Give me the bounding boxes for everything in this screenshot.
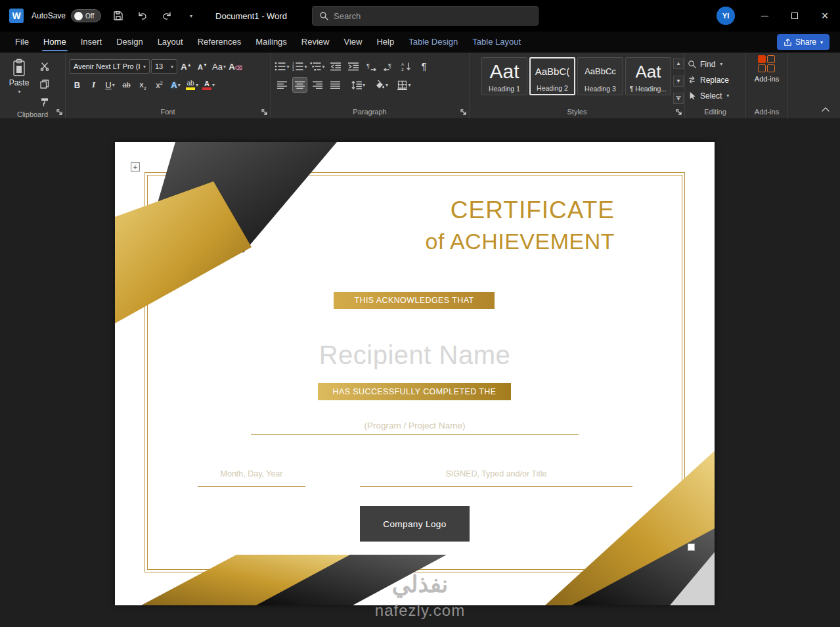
tab-references[interactable]: References — [190, 32, 248, 52]
collapse-ribbon-button[interactable] — [822, 103, 829, 114]
paste-button[interactable]: Paste ▾ — [4, 57, 34, 110]
align-right-button[interactable] — [310, 77, 325, 93]
acknowledges-banner[interactable]: THIS ACKNOWLEDGES THAT — [334, 292, 495, 309]
ltr-direction-icon: ¶ — [366, 62, 376, 71]
justify-button[interactable] — [328, 77, 343, 93]
font-name-combobox[interactable]: Avenir Next LT Pro (I ▾ — [70, 59, 150, 74]
tab-mailings[interactable]: Mailings — [248, 32, 294, 52]
decrease-indent-button[interactable] — [328, 58, 343, 74]
undo-button[interactable] — [135, 8, 150, 24]
company-logo-box[interactable]: Company Logo — [360, 506, 470, 542]
clipboard-dialog-launcher[interactable] — [55, 108, 63, 116]
line-spacing-button[interactable]: ▾ — [351, 77, 366, 93]
customize-qat-button[interactable]: ▾ — [183, 8, 198, 24]
account-avatar[interactable]: YI — [717, 7, 735, 25]
superscript-button[interactable]: x2 — [152, 77, 167, 93]
styles-scroll-up-button[interactable]: ▲ — [673, 58, 684, 69]
borders-button[interactable]: ▾ — [397, 77, 412, 93]
text-effects-button[interactable]: A▾ — [168, 77, 183, 93]
svg-text:¶: ¶ — [388, 62, 391, 69]
styles-scroll-down-button[interactable]: ▼ — [673, 76, 684, 87]
tab-insert[interactable]: Insert — [74, 32, 110, 52]
underline-button[interactable]: U▾ — [102, 77, 118, 93]
select-button[interactable]: Select ▾ — [688, 89, 741, 103]
align-center-button[interactable] — [292, 77, 307, 93]
search-input[interactable] — [334, 11, 531, 21]
close-icon: × — [822, 10, 829, 22]
multilevel-list-button[interactable]: ▾ — [310, 58, 325, 74]
copy-button[interactable] — [37, 76, 52, 92]
search-bar[interactable] — [312, 6, 539, 26]
style-label: Heading 3 — [585, 85, 616, 95]
tab-review[interactable]: Review — [294, 32, 337, 52]
tab-layout[interactable]: Layout — [150, 32, 190, 52]
find-button[interactable]: Find ▾ — [688, 57, 741, 71]
chevron-down-icon: ▾ — [386, 82, 388, 88]
minimize-button[interactable] — [749, 0, 780, 32]
styles-dialog-launcher[interactable] — [674, 108, 682, 116]
tab-view[interactable]: View — [336, 32, 369, 52]
replace-button[interactable]: Replace — [688, 73, 741, 87]
style-heading4[interactable]: Aat ¶ Heading... — [625, 57, 671, 95]
recipient-name-placeholder[interactable]: Recipient Name — [115, 340, 715, 370]
shading-button[interactable]: ▾ — [374, 77, 389, 93]
document-canvas[interactable]: CERTIFICATE of ACHIEVEMENT THIS ACKNOWLE… — [0, 118, 840, 627]
ltr-text-direction-button[interactable]: ¶ — [363, 58, 378, 74]
superscript-icon: x2 — [156, 80, 162, 90]
signature-placeholder[interactable]: SIGNED, Typed and/or Title — [360, 469, 632, 478]
highlight-color-button[interactable]: ab ▾ — [185, 77, 200, 93]
autosave-toggle[interactable]: Off — [71, 9, 101, 22]
completed-banner[interactable]: HAS SUCCESSFULLY COMPLETED THE — [318, 383, 511, 400]
rtl-text-direction-button[interactable]: ¶ — [381, 58, 396, 74]
chevron-down-icon: ▾ — [304, 64, 307, 70]
font-dialog-launcher[interactable] — [260, 108, 268, 116]
italic-button[interactable]: I — [86, 77, 101, 93]
numbering-button[interactable]: 123 ▾ — [292, 58, 307, 74]
bold-button[interactable]: B — [70, 77, 85, 93]
share-button[interactable]: Share ▾ — [777, 34, 829, 50]
table-move-handle[interactable]: + — [131, 162, 140, 172]
increase-indent-button[interactable] — [345, 58, 361, 74]
cut-button[interactable] — [37, 58, 52, 74]
redo-button[interactable] — [159, 8, 174, 24]
table-resize-handle[interactable] — [688, 544, 695, 551]
certificate-title[interactable]: CERTIFICATE of ACHIEVEMENT — [425, 195, 615, 256]
font-size-value: 13 — [155, 62, 163, 70]
tab-table-layout[interactable]: Table Layout — [465, 32, 528, 52]
bullets-button[interactable]: ▾ — [275, 58, 290, 74]
shrink-font-button[interactable]: A▼ — [195, 58, 210, 74]
tab-file[interactable]: File — [8, 32, 36, 52]
styles-gallery-more-button[interactable]: ▼ — [673, 93, 684, 104]
clear-formatting-button[interactable]: A⌫ — [228, 58, 243, 74]
save-button[interactable] — [110, 8, 125, 24]
maximize-button[interactable] — [780, 0, 810, 32]
font-color-button[interactable]: A ▾ — [201, 77, 216, 93]
tab-table-design[interactable]: Table Design — [401, 32, 465, 52]
sort-button[interactable]: AZ — [399, 58, 414, 74]
tab-home[interactable]: Home — [36, 32, 74, 52]
tab-help[interactable]: Help — [369, 32, 401, 52]
addins-button[interactable]: Add-ins — [755, 55, 779, 83]
title-bar: W AutoSave Off ▾ Documen — [0, 0, 840, 32]
editing-group-label: Editing — [704, 108, 726, 116]
change-case-button[interactable]: Aa▾ — [211, 58, 227, 74]
format-painter-button[interactable] — [37, 94, 52, 110]
strikethrough-button[interactable]: ab — [119, 77, 134, 93]
style-heading1[interactable]: Aat Heading 1 — [481, 57, 527, 95]
tab-design[interactable]: Design — [109, 32, 150, 52]
style-heading2[interactable]: AaBbC( Heading 2 — [529, 57, 575, 95]
grow-font-button[interactable]: A▲ — [179, 58, 194, 74]
subscript-button[interactable]: x2 — [135, 77, 150, 93]
align-left-button[interactable] — [275, 77, 290, 93]
paragraph-group-label: Paragraph — [353, 108, 386, 116]
program-name-placeholder[interactable]: (Program / Project Name) — [115, 421, 715, 430]
document-page[interactable]: CERTIFICATE of ACHIEVEMENT THIS ACKNOWLE… — [115, 142, 715, 605]
word-logo-icon[interactable]: W — [9, 9, 24, 23]
chevron-down-icon: ▾ — [112, 82, 115, 88]
close-button[interactable]: × — [810, 0, 840, 32]
paragraph-dialog-launcher[interactable] — [459, 108, 467, 116]
show-paragraph-marks-button[interactable]: ¶ — [416, 58, 431, 74]
font-size-combobox[interactable]: 13 ▾ — [151, 59, 177, 74]
date-placeholder[interactable]: Month, Day, Year — [198, 469, 305, 478]
style-heading3[interactable]: AaBbCc Heading 3 — [577, 57, 623, 95]
